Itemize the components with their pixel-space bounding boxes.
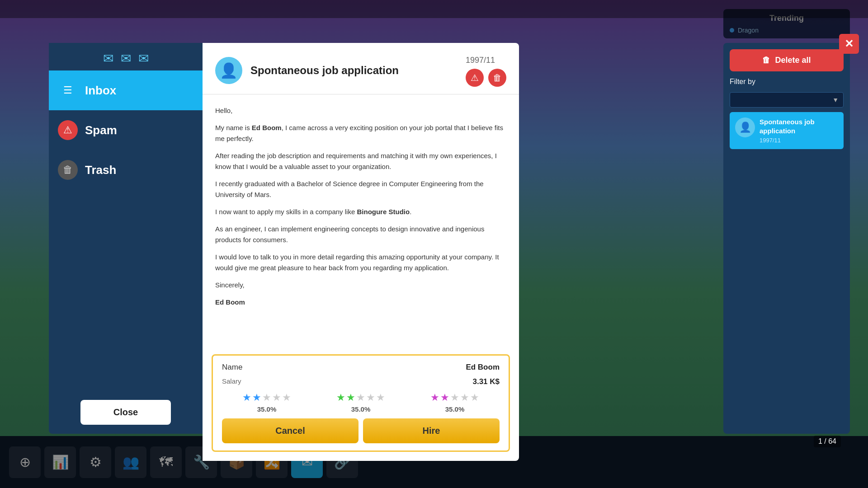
star-b5: ★ — [282, 392, 291, 404]
mail-list-person-icon: 👤 — [739, 122, 751, 133]
star-g3: ★ — [356, 392, 365, 404]
sender-name-inline: Ed Boom — [252, 124, 282, 131]
mail-list-avatar: 👤 — [735, 117, 755, 137]
mail-list-item[interactable]: 👤 Spontaneous job application 1997/11 — [730, 112, 844, 149]
email-para3: I recently graduated with a Bachelor of … — [215, 178, 506, 200]
mail-list-subject: Spontaneous job application — [760, 117, 838, 135]
delete-email-button[interactable]: 🗑 — [488, 69, 506, 87]
mail-icons-header: ✉ ✉ ✉ — [49, 43, 203, 70]
stars-row: ★ ★ ★ ★ ★ 35.0% ★ ★ ★ ★ ★ 35.0% — [222, 392, 500, 413]
name-value: Ed Boom — [466, 363, 500, 372]
star-g1: ★ — [336, 392, 345, 404]
applicant-salary-row: Salary 3.31 K$ — [222, 377, 500, 386]
inbox-icon: ☰ — [58, 80, 78, 100]
star-b1: ★ — [242, 392, 251, 404]
stars-group-1: ★ ★ ★ ★ ★ 35.0% — [242, 392, 291, 413]
filter-dropdown[interactable]: ▼ — [730, 92, 844, 108]
trash-icon: 🗑 — [58, 160, 78, 180]
delete-all-button[interactable]: 🗑 Delete all — [730, 49, 844, 71]
delete-all-label: Delete all — [775, 56, 811, 65]
right-panel: 🗑 Delete all Filter by ▼ 👤 Spontaneous j… — [723, 43, 850, 434]
nav-item-spam[interactable]: ⚠ Spam — [49, 110, 203, 150]
mail-icon-2: ✉ — [121, 51, 131, 66]
email-header: 👤 Spontaneous job application 1997/11 ⚠ … — [203, 43, 519, 94]
trash-icon-btn: 🗑 — [762, 56, 770, 65]
star-p1: ★ — [430, 392, 439, 404]
email-para2: After reading the job description and re… — [215, 150, 506, 172]
stars-group-2: ★ ★ ★ ★ ★ 35.0% — [336, 392, 385, 413]
star-b2: ★ — [252, 392, 261, 404]
stars-purple: ★ ★ ★ ★ ★ — [430, 392, 479, 404]
applicant-card: Name Ed Boom Salary 3.31 K$ ★ ★ ★ ★ ★ 35… — [212, 354, 510, 452]
star-g4: ★ — [366, 392, 375, 404]
mail-list-content: Spontaneous job application 1997/11 — [760, 117, 838, 144]
modal-close-button[interactable]: ✕ — [839, 34, 859, 54]
nav-item-inbox[interactable]: ☰ Inbox — [49, 70, 203, 110]
email-greeting: Hello, — [215, 105, 506, 116]
email-subject: Spontaneous job application — [250, 64, 458, 77]
nav-item-trash[interactable]: 🗑 Trash — [49, 150, 203, 190]
stars-group-3: ★ ★ ★ ★ ★ 35.0% — [430, 392, 479, 413]
inbox-label: Inbox — [85, 84, 116, 98]
stars-green: ★ ★ ★ ★ ★ — [336, 392, 385, 404]
stars-pct-3: 35.0% — [445, 405, 465, 413]
salary-value: 3.31 K$ — [472, 377, 500, 386]
star-p4: ★ — [460, 392, 469, 404]
hire-button[interactable]: Hire — [363, 418, 500, 443]
mail-icon-3: ✉ — [138, 51, 149, 66]
star-b4: ★ — [272, 392, 281, 404]
close-button[interactable]: Close — [80, 400, 171, 425]
email-actions: ⚠ 🗑 — [466, 69, 506, 87]
email-body: Hello, My name is Ed Boom, I came across… — [203, 94, 519, 354]
chevron-down-icon: ▼ — [832, 96, 839, 103]
filter-row: Filter by — [730, 76, 844, 88]
email-date: 1997/11 — [466, 56, 495, 65]
company-name: Binogure Studio — [357, 208, 410, 216]
card-buttons: Cancel Hire — [222, 418, 500, 443]
name-label: Name — [222, 363, 242, 372]
mail-list-date: 1997/11 — [760, 137, 838, 144]
stars-blue: ★ ★ ★ ★ ★ — [242, 392, 291, 404]
email-para1: My name is Ed Boom, I came across a very… — [215, 122, 506, 144]
trash-label: Trash — [85, 163, 116, 177]
star-p3: ★ — [450, 392, 459, 404]
mail-icon-1: ✉ — [103, 51, 113, 66]
page-count: 1 / 64 — [814, 436, 841, 447]
applicant-name-row: Name Ed Boom — [222, 363, 500, 372]
email-closing: Sincerely, — [215, 280, 506, 291]
cancel-button[interactable]: Cancel — [222, 418, 359, 443]
spam-icon: ⚠ — [58, 120, 78, 140]
email-content-panel: 👤 Spontaneous job application 1997/11 ⚠ … — [203, 43, 519, 461]
salary-label: Salary — [222, 377, 241, 385]
sender-avatar: 👤 — [215, 57, 242, 84]
star-b3: ★ — [262, 392, 271, 404]
spam-label: Spam — [85, 123, 117, 137]
email-para6: I would love to talk to you in more deta… — [215, 252, 506, 273]
mark-spam-button[interactable]: ⚠ — [466, 69, 484, 87]
star-g2: ★ — [346, 392, 355, 404]
avatar-person-icon: 👤 — [220, 62, 238, 79]
email-para4: I now want to apply my skills in a compa… — [215, 206, 506, 217]
email-para5: As an engineer, I can implement engineer… — [215, 224, 506, 245]
star-p5: ★ — [470, 392, 479, 404]
stars-pct-1: 35.0% — [257, 405, 277, 413]
filter-label: Filter by — [730, 78, 755, 86]
star-g5: ★ — [376, 392, 385, 404]
mail-sidebar: ✉ ✉ ✉ ☰ Inbox ⚠ Spam 🗑 Trash Close — [49, 43, 203, 434]
email-signature: Ed Boom — [215, 297, 506, 308]
star-p2: ★ — [440, 392, 449, 404]
stars-pct-2: 35.0% — [351, 405, 371, 413]
